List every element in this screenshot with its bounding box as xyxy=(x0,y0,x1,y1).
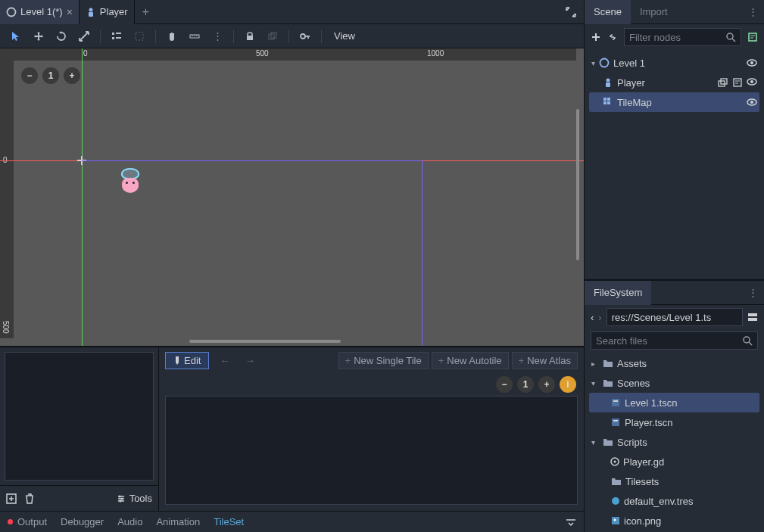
svg-rect-40 xyxy=(606,82,610,87)
key-button[interactable] xyxy=(297,28,313,45)
group-select-button[interactable] xyxy=(131,28,148,45)
dock-more-icon[interactable]: ⋮ xyxy=(742,287,764,298)
fs-folder-scenes[interactable]: ▾Scenes xyxy=(589,373,759,393)
fs-forward-button[interactable]: › xyxy=(598,312,601,323)
tileset-zoom-out-button[interactable]: − xyxy=(496,376,513,393)
zoom-in-button[interactable]: + xyxy=(64,67,80,84)
add-tile-button[interactable] xyxy=(6,493,17,504)
expand-icon[interactable] xyxy=(558,7,584,17)
search-icon xyxy=(743,336,753,346)
delete-tile-button[interactable] xyxy=(24,493,35,504)
tileset-zoom-in-button[interactable]: + xyxy=(538,376,555,393)
fs-search-input[interactable]: Search files xyxy=(591,331,758,350)
select-tool-button[interactable] xyxy=(8,28,24,45)
visibility-icon[interactable] xyxy=(747,59,757,67)
new-atlas-button[interactable]: +New Atlas xyxy=(512,352,578,369)
ruler-horizontal: 0 500 1000 xyxy=(14,48,576,61)
rotate-tool-button[interactable] xyxy=(53,28,70,45)
svg-point-38 xyxy=(750,61,753,64)
fs-path-input[interactable]: res://Scenes/Level 1.ts xyxy=(607,308,743,326)
svg-rect-49 xyxy=(607,98,610,101)
canvas-viewport[interactable]: 0 500 1000 0 500 − 1 + xyxy=(0,48,584,346)
fs-file-icon-png[interactable]: ▸icon.png xyxy=(589,511,759,530)
zoom-reset-button[interactable]: 1 xyxy=(42,67,59,84)
svg-rect-7 xyxy=(136,33,143,40)
tileset-zoom-reset-button[interactable]: 1 xyxy=(517,376,534,393)
visibility-icon[interactable] xyxy=(747,78,757,86)
svg-rect-59 xyxy=(613,400,618,402)
script-icon[interactable] xyxy=(733,78,742,87)
y-axis-line xyxy=(82,48,83,346)
fs-file-level1[interactable]: Level 1.tscn xyxy=(589,393,759,412)
svg-rect-60 xyxy=(612,418,619,426)
add-node-button[interactable] xyxy=(591,32,601,42)
nav-back-button[interactable]: ← xyxy=(215,355,234,366)
scrollbar-horizontal[interactable] xyxy=(189,340,341,343)
scene-instance-icon[interactable] xyxy=(718,78,728,87)
output-tab-button[interactable]: Output xyxy=(17,516,47,527)
new-single-tile-button[interactable]: +New Single Tile xyxy=(338,352,429,369)
attach-script-button[interactable] xyxy=(747,32,758,42)
move-tool-button[interactable] xyxy=(30,28,47,45)
tileset-list[interactable] xyxy=(5,352,154,481)
gdscript-icon xyxy=(610,457,619,466)
env-icon xyxy=(611,496,620,506)
scene-tab-level1[interactable]: Level 1(*) × xyxy=(0,0,80,24)
svg-rect-48 xyxy=(603,98,607,101)
fs-back-button[interactable]: ‹ xyxy=(591,312,594,323)
audio-tab-button[interactable]: Audio xyxy=(117,516,142,527)
fs-folder-assets[interactable]: ▸Assets xyxy=(589,353,759,373)
fs-folder-tilesets[interactable]: ▸Tilesets xyxy=(589,471,759,491)
tileset-texture-view[interactable] xyxy=(165,396,578,505)
scene-tab-bar: Level 1(*) × Player + xyxy=(0,0,584,24)
debugger-tab-button[interactable]: Debugger xyxy=(61,516,104,527)
svg-rect-6 xyxy=(116,37,121,39)
nav-forward-button[interactable]: → xyxy=(240,355,259,366)
tree-node-player[interactable]: Player xyxy=(589,73,759,92)
fs-file-player-gd[interactable]: Player.gd xyxy=(589,452,759,471)
status-bar: Output Debugger Audio Animation TileSet xyxy=(0,511,584,532)
filter-nodes-input[interactable]: Filter nodes xyxy=(624,28,741,46)
group-button[interactable] xyxy=(264,28,281,45)
import-dock-tab[interactable]: Import xyxy=(631,0,677,24)
list-select-button[interactable] xyxy=(108,28,125,45)
ruler-tool-button[interactable] xyxy=(186,28,203,45)
view-menu-button[interactable]: View xyxy=(334,30,355,42)
svg-rect-4 xyxy=(116,33,121,34)
filesystem-dock-tab[interactable]: FileSystem xyxy=(585,281,651,305)
tools-menu-button[interactable]: Tools xyxy=(117,493,152,504)
visibility-icon[interactable] xyxy=(747,98,757,106)
zoom-out-button[interactable]: − xyxy=(21,67,38,84)
fs-file-default-env[interactable]: ▸default_env.tres xyxy=(589,491,759,511)
pan-tool-button[interactable] xyxy=(164,28,180,45)
fs-split-button[interactable] xyxy=(747,313,758,322)
tileset-tab-button[interactable]: TileSet xyxy=(214,516,244,527)
tree-root[interactable]: ▾ Level 1 xyxy=(589,53,759,73)
edit-mode-button[interactable]: Edit xyxy=(165,352,209,369)
scale-tool-button[interactable] xyxy=(76,28,92,45)
scene-tab-player[interactable]: Player xyxy=(80,0,135,24)
collapse-panel-button[interactable] xyxy=(566,517,576,527)
scrollbar-vertical[interactable] xyxy=(576,109,579,260)
tree-node-tilemap[interactable]: TileMap xyxy=(589,92,759,112)
dock-more-icon[interactable]: ⋮ xyxy=(742,6,764,17)
svg-point-31 xyxy=(727,33,733,39)
tileset-info-button[interactable]: i xyxy=(560,376,576,393)
animation-tab-button[interactable]: Animation xyxy=(156,516,200,527)
scene-dock-tab[interactable]: Scene xyxy=(585,0,631,24)
scene-dock-tabs: Scene Import ⋮ xyxy=(585,0,764,24)
scene-icon xyxy=(6,7,17,17)
new-tab-button[interactable]: + xyxy=(135,5,157,19)
new-autotile-button[interactable]: +New Autotile xyxy=(432,352,509,369)
scene-tree: ▾ Level 1 Player TileMap xyxy=(585,50,764,120)
link-node-button[interactable] xyxy=(607,32,618,42)
svg-rect-3 xyxy=(112,33,114,35)
more-tools-icon[interactable]: ⋮ xyxy=(209,28,226,45)
close-icon[interactable]: × xyxy=(67,6,73,18)
fs-file-player-tscn[interactable]: Player.tscn xyxy=(589,412,759,432)
output-indicator-icon xyxy=(8,519,13,524)
fs-folder-scripts[interactable]: ▾Scripts xyxy=(589,432,759,452)
player-sprite[interactable] xyxy=(120,168,141,195)
lock-button[interactable] xyxy=(242,28,258,45)
scene-tab-label: Level 1(*) xyxy=(20,6,63,17)
